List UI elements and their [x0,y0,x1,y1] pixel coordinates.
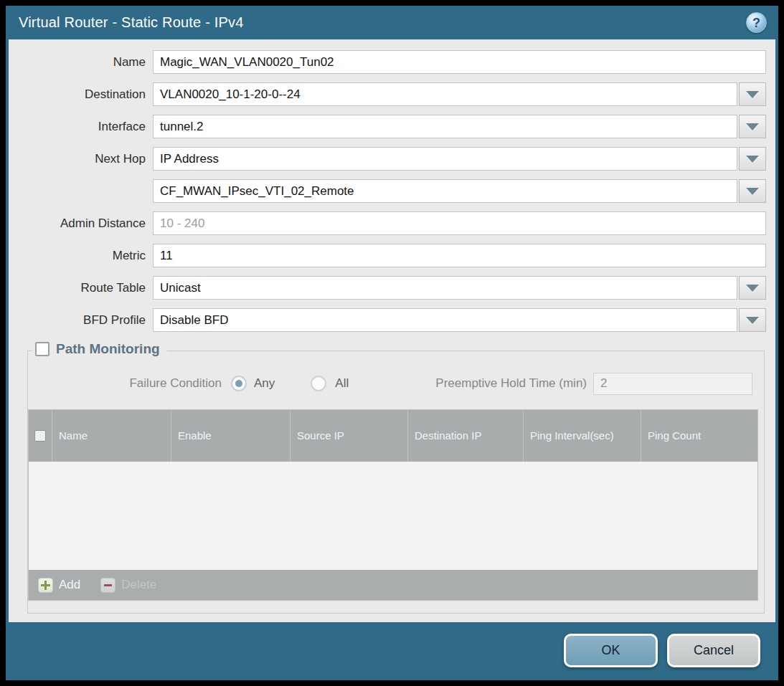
table-header: Name Enable Source IP Destination IP Pin… [29,410,757,462]
bfd-profile-row: BFD Profile [9,308,775,332]
chevron-down-icon [746,91,759,98]
route-form: Name Destination Interface [9,39,775,332]
admin-distance-label: Admin Distance [9,216,153,231]
name-row: Name [9,50,775,74]
column-header-enable: Enable [171,410,291,462]
interface-label: Interface [9,120,153,134]
route-table-row: Route Table [9,276,775,300]
column-header-name: Name [52,410,171,462]
path-monitoring-table: Name Enable Source IP Destination IP Pin… [28,409,758,601]
content-panel: Name Destination Interface [9,39,775,622]
chevron-down-icon [746,317,759,324]
select-all-cell [29,410,52,462]
route-table-label: Route Table [9,281,153,295]
add-button-label: Add [59,578,80,592]
admin-distance-row: Admin Distance [9,211,775,235]
metric-input[interactable] [153,244,766,267]
admin-distance-input[interactable] [153,211,766,235]
metric-row: Metric [9,244,775,267]
metric-label: Metric [9,249,153,263]
route-table-dropdown-button[interactable] [739,276,766,300]
next-hop-label: Next Hop [9,152,153,166]
bfd-profile-label: BFD Profile [9,313,153,328]
chevron-down-icon [746,188,759,195]
help-button[interactable]: ? [746,12,767,33]
path-monitoring-title: Path Monitoring [56,341,160,357]
route-table-input[interactable] [153,276,737,300]
cancel-button[interactable]: Cancel [667,634,760,667]
screenshot-root: { "dialog": { "title": "Virtual Router -… [0,0,784,686]
column-header-destination-ip: Destination IP [408,410,524,462]
static-route-dialog: Virtual Router - Static Route - IPv4 ? N… [6,6,778,680]
failure-condition-any-radio [231,376,247,391]
failure-condition-all-radio [311,376,326,391]
interface-input[interactable] [153,115,737,138]
next-hop-address-dropdown-button[interactable] [739,179,766,203]
plus-icon [38,578,53,593]
destination-dropdown-button[interactable] [739,82,766,106]
next-hop-row: Next Hop [9,147,775,171]
add-button[interactable]: Add [38,578,80,593]
failure-condition-label: Failure Condition [28,376,222,391]
chevron-down-icon [746,285,759,292]
chevron-down-icon [746,123,759,130]
preemptive-hold-time-label: Preemptive Hold Time (min) [435,376,593,391]
select-all-checkbox [34,430,46,442]
minus-icon [100,578,115,593]
table-toolbar: Add Delete [29,570,757,600]
destination-input[interactable] [153,82,737,106]
path-monitoring-checkbox[interactable] [35,342,49,356]
column-header-ping-count: Ping Count [641,410,757,462]
failure-condition-all-label: All [335,376,349,391]
title-bar: Virtual Router - Static Route - IPv4 ? [6,6,778,39]
column-header-ping-interval: Ping Interval(sec) [524,410,641,462]
preemptive-hold-time-input [593,373,752,395]
bfd-profile-dropdown-button[interactable] [739,308,766,332]
bfd-profile-input[interactable] [153,308,737,332]
help-icon: ? [752,16,760,29]
dialog-title: Virtual Router - Static Route - IPv4 [19,14,244,31]
destination-row: Destination [9,82,775,106]
column-header-source-ip: Source IP [291,410,408,462]
delete-button: Delete [100,578,156,593]
next-hop-address-row [9,179,775,203]
name-label: Name [9,55,153,70]
interface-dropdown-button[interactable] [739,115,766,138]
failure-condition-row: Failure Condition Any All Preemptive Hol… [28,371,752,396]
destination-label: Destination [9,87,153,102]
next-hop-type-input[interactable] [153,147,737,171]
next-hop-dropdown-button[interactable] [739,147,766,171]
failure-condition-any-label: Any [254,376,275,391]
delete-button-label: Delete [121,578,156,592]
name-input[interactable] [153,50,766,74]
path-monitoring-legend: Path Monitoring [32,341,167,357]
interface-row: Interface [9,115,775,138]
next-hop-address-input[interactable] [153,179,737,203]
chevron-down-icon [746,156,759,163]
path-monitoring-section: Path Monitoring Failure Condition Any Al… [27,351,765,614]
ok-button[interactable]: OK [564,634,658,667]
table-body-empty [29,462,757,570]
